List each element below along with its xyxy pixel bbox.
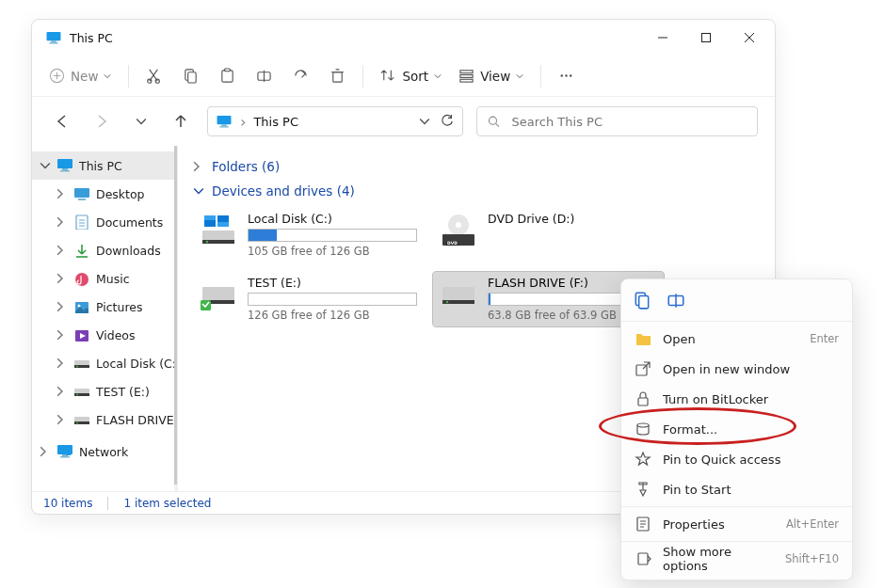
status-items: 10 items [43,497,92,510]
copy-icon[interactable] [633,291,651,310]
this-pc-icon [45,31,62,44]
folder-icon [635,330,651,347]
nav-item-network[interactable]: Network [32,437,177,466]
drive-item[interactable]: Local Disk (C:)105 GB free of 126 GB [193,208,424,262]
drive-free: 126 GB free of 126 GB [248,309,418,322]
nav-item-label: Videos [96,328,136,342]
maximize-button[interactable] [684,20,728,56]
separator [362,65,363,87]
chevron-right-icon [40,446,51,457]
nav-item-label: Local Disk (C:) [96,357,178,371]
nav-item-videos[interactable]: Videos [32,321,177,349]
close-button[interactable] [728,20,771,56]
status-selected: 1 item selected [123,497,211,510]
ctx-label: Properties [663,517,725,532]
drive-name: DVD Drive (D:) [488,212,658,226]
chevron-down-icon[interactable] [419,118,430,125]
drive-item[interactable]: DVD Drive (D:) [433,208,664,262]
drive-icon [439,276,478,323]
nav-item-label: TEST (E:) [96,385,150,399]
plus-circle-icon [49,68,65,84]
copy-icon[interactable] [183,68,199,84]
svg-rect-52 [702,34,711,42]
group-drives[interactable]: Devices and drives (4) [193,183,760,199]
rename-icon[interactable] [256,68,272,84]
desktop-icon [73,186,90,201]
ctx-popout[interactable]: Open in new window [621,354,852,384]
documents-icon [73,215,90,230]
view-button[interactable]: View [458,68,523,84]
ctx-pin[interactable]: Pin to Start [621,474,852,504]
nav-item-downloads[interactable]: Downloads [32,236,177,264]
address-bar[interactable]: › This PC [207,106,463,136]
search-icon [487,114,501,129]
drive-item[interactable]: TEST (E:)126 GB free of 126 GB [193,272,424,326]
rename-icon[interactable] [667,291,685,310]
up-button[interactable] [168,108,194,135]
ctx-star[interactable]: Pin to Quick access [621,444,852,474]
ctx-properties[interactable]: PropertiesAlt+Enter [621,509,852,539]
ctx-label: Pin to Start [663,483,731,497]
separator [128,65,129,87]
drive-icon [199,212,238,259]
capacity-bar [248,293,417,306]
chevron-right-icon [56,188,68,199]
forward-button[interactable] [88,108,115,135]
ctx-shortcut: Shift+F10 [785,552,839,565]
group-folders-label: Folders (6) [212,159,280,174]
nav-item-label: Downloads [96,244,161,258]
drive-name: TEST (E:) [248,276,418,290]
chevron-right-icon [56,358,68,369]
sort-button[interactable]: Sort [380,68,442,84]
cut-icon[interactable] [146,68,162,84]
minimize-button[interactable] [641,20,684,56]
nav-scrollbar[interactable] [174,146,177,491]
share-icon[interactable] [293,68,309,84]
downloads-icon [73,243,90,258]
chevron-down-icon [193,185,204,197]
chevron-right-icon [56,301,68,312]
drive-icon [439,212,478,259]
chevron-down-icon [516,72,523,80]
breadcrumb-arrow: › [240,113,246,131]
nav-item-desktop[interactable]: Desktop [32,180,177,208]
group-folders[interactable]: Folders (6) [193,159,760,174]
refresh-icon[interactable] [440,114,455,129]
ctx-format[interactable]: Format... [621,414,852,444]
titlebar: This PC [32,20,775,56]
back-button[interactable] [49,108,75,135]
nav-item-thispc[interactable]: This PC [32,151,177,180]
ctx-label: Open in new window [663,362,790,376]
pin-icon [635,481,651,498]
paste-icon[interactable] [219,68,235,84]
separator [621,541,852,542]
nav-item-label: Documents [96,215,163,230]
drive-icon [199,276,238,323]
ctx-folder[interactable]: OpenEnter [621,324,852,354]
breadcrumb-segment[interactable]: This PC [253,115,298,129]
sort-label: Sort [402,69,428,84]
separator [621,506,852,507]
search-input[interactable] [510,114,747,130]
nav-item-music[interactable]: Music [32,264,177,293]
nav-item-usb[interactable]: FLASH DRIVE (F [32,405,177,434]
chevron-right-icon [56,273,68,284]
sort-icon [380,68,396,84]
recent-dropdown[interactable] [128,108,154,135]
nav-item-hdd[interactable]: Local Disk (C:) [32,349,177,377]
nav-item-usb[interactable]: TEST (E:) [32,377,177,405]
more-icon[interactable] [558,68,574,84]
this-pc-icon [216,115,233,128]
delete-icon[interactable] [329,68,346,84]
chevron-right-icon [56,245,68,256]
new-button[interactable]: New [49,68,111,84]
ctx-lock[interactable]: Turn on BitLocker [621,384,852,414]
nav-item-documents[interactable]: Documents [32,208,177,236]
nav-item-pictures[interactable]: Pictures [32,293,177,321]
nav-item-label: Music [96,272,130,286]
search-box[interactable] [476,106,758,136]
chevron-down-icon [434,72,442,80]
pictures-icon [73,299,90,314]
ctx-more[interactable]: Show more optionsShift+F10 [621,544,852,574]
nav-row: › This PC [32,97,775,146]
